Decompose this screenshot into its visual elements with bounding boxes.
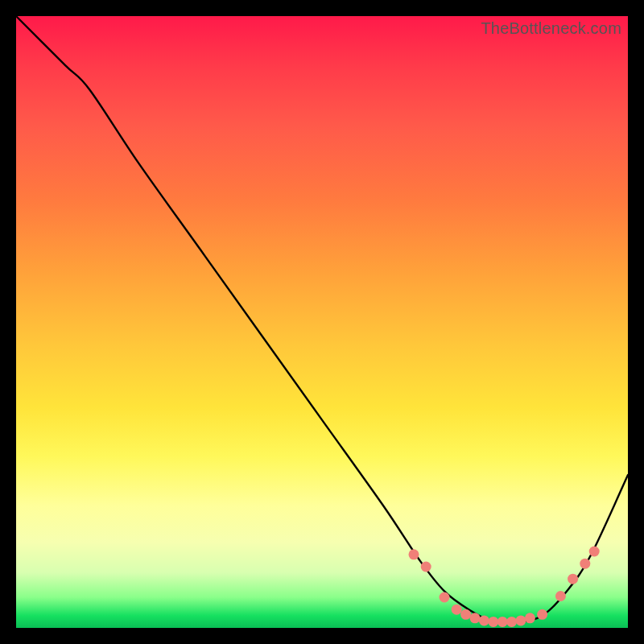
marker-dot <box>421 562 431 572</box>
marker-dot <box>440 592 450 603</box>
marker-dot <box>589 547 600 557</box>
marker-dot <box>488 617 498 627</box>
marker-dot <box>580 559 590 569</box>
marker-dot <box>452 605 462 615</box>
marker-dot <box>497 617 508 627</box>
marker-dot <box>537 609 547 620</box>
chart-svg <box>16 16 628 628</box>
curve-line <box>16 16 628 623</box>
marker-dot <box>479 615 489 625</box>
chart-plot-area: TheBottleneck.com <box>16 16 628 628</box>
marker-dot <box>525 613 535 623</box>
marker-dot <box>506 617 517 627</box>
marker-dot <box>470 613 481 623</box>
marker-dot <box>516 615 526 625</box>
marker-dot <box>460 609 471 620</box>
marker-dot <box>568 574 578 584</box>
marker-dot <box>555 591 566 601</box>
marker-dot <box>409 549 419 559</box>
chart-frame: TheBottleneck.com <box>0 0 644 644</box>
